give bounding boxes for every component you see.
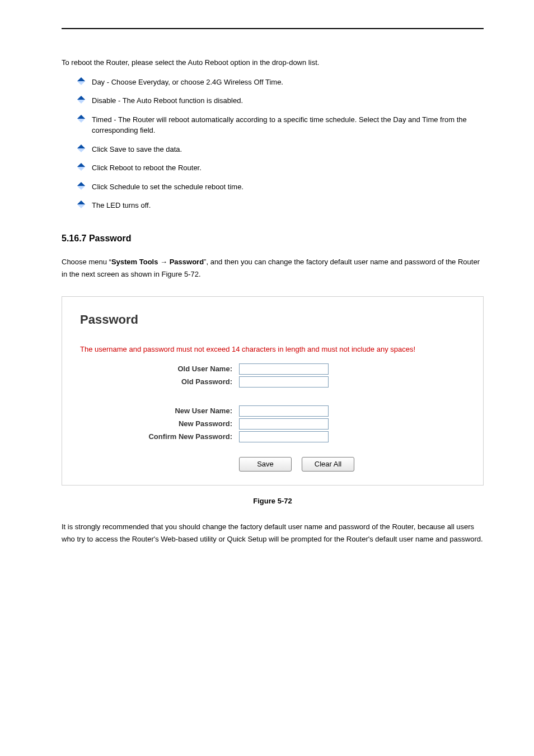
breadcrumb-2: Password [170,258,204,266]
form-gap [76,389,470,404]
label-old-user: Old User Name: [76,365,239,373]
section-title: Password [89,234,132,243]
diamond-icon [77,200,85,208]
diamond-icon [77,96,85,104]
figure-caption: Figure 5-72 [62,497,484,505]
diamond-icon [77,77,85,85]
list-item-text: The LED turns off. [92,200,151,211]
list-item: Click Save to save the data. [78,144,484,155]
form-row-confirm: Confirm New Password: [76,431,470,442]
list-item-text: Day - Choose Everyday, or choose 2.4G Wi… [92,77,283,88]
list-item: Day - Choose Everyday, or choose 2.4G Wi… [78,77,484,88]
clear-all-button[interactable]: Clear All [302,457,354,472]
button-row: Save Clear All [239,457,470,472]
form-row-new-pass: New Password: [76,418,470,430]
list-item: Timed - The Router will reboot automatic… [78,114,484,136]
form-row-old-pass: Old Password: [76,376,470,388]
list-item: Click Reboot to reboot the Router. [78,162,484,174]
section-number: 5.16.7 [62,234,86,243]
save-button[interactable]: Save [239,457,292,472]
new-password-input[interactable] [239,418,329,430]
label-old-pass: Old Password: [76,377,239,386]
form-row-old-user: Old User Name: [76,363,470,375]
panel-warning: The username and password must not excee… [80,345,470,353]
list-item-text: Click Reboot to reboot the Router. [92,162,202,174]
old-user-name-input[interactable] [239,363,329,375]
arrow-icon: → [158,258,169,266]
body-prefix: Choose menu “ [62,258,111,266]
page: To reboot the Router, please select the … [0,0,534,756]
section-heading: 5.16.7 Password [62,234,484,244]
breadcrumb-1: System Tools [111,258,158,266]
intro-text: To reboot the Router, please select the … [62,57,484,69]
list-item: Disable - The Auto Reboot function is di… [78,95,484,106]
diamond-icon [77,115,85,123]
panel-title: Password [80,312,470,327]
top-rule [62,28,484,29]
password-panel: Password The username and password must … [62,296,484,486]
list-item-text: Disable - The Auto Reboot function is di… [92,95,243,106]
list-item-text: Click Save to save the data. [92,144,182,155]
confirm-new-password-input[interactable] [239,431,329,442]
bullet-list: Day - Choose Everyday, or choose 2.4G Wi… [78,77,484,211]
diamond-icon [77,163,85,171]
form-row-new-user: New User Name: [76,405,470,417]
list-item-text: Timed - The Router will reboot automatic… [92,114,484,136]
section-body: Choose menu “System Tools → Password”, a… [62,256,484,281]
diamond-icon [77,182,85,190]
list-item-text: Click Schedule to set the schedule reboo… [92,181,243,193]
diamond-icon [77,144,85,152]
old-password-input[interactable] [239,376,329,388]
label-confirm: Confirm New Password: [76,432,239,441]
list-item: Click Schedule to set the schedule reboo… [78,181,484,193]
tail-paragraph: It is strongly recommended that you shou… [62,521,484,545]
list-item: The LED turns off. [78,200,484,211]
new-user-name-input[interactable] [239,405,329,417]
label-new-user: New User Name: [76,407,239,415]
label-new-pass: New Password: [76,419,239,428]
